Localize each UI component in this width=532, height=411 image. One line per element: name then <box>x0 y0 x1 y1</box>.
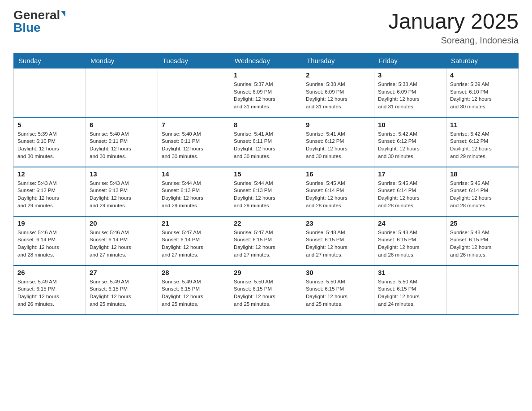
calendar-cell <box>158 68 230 118</box>
calendar-cell: 27Sunrise: 5:49 AM Sunset: 6:15 PM Dayli… <box>86 265 158 315</box>
calendar-cell: 22Sunrise: 5:47 AM Sunset: 6:15 PM Dayli… <box>230 216 302 265</box>
day-info: Sunrise: 5:48 AM Sunset: 6:15 PM Dayligh… <box>306 229 370 259</box>
calendar-week-3: 12Sunrise: 5:43 AM Sunset: 6:12 PM Dayli… <box>14 167 519 216</box>
day-info: Sunrise: 5:50 AM Sunset: 6:15 PM Dayligh… <box>234 278 298 308</box>
day-info: Sunrise: 5:39 AM Sunset: 6:10 PM Dayligh… <box>17 130 82 160</box>
calendar-header-row: SundayMondayTuesdayWednesdayThursdayFrid… <box>14 53 519 68</box>
day-number: 25 <box>450 219 515 227</box>
calendar-cell: 16Sunrise: 5:45 AM Sunset: 6:14 PM Dayli… <box>302 167 374 216</box>
calendar-week-2: 5Sunrise: 5:39 AM Sunset: 6:10 PM Daylig… <box>14 118 519 167</box>
day-number: 9 <box>306 121 370 128</box>
day-info: Sunrise: 5:38 AM Sunset: 6:09 PM Dayligh… <box>306 81 370 111</box>
header-saturday: Saturday <box>446 53 519 68</box>
day-info: Sunrise: 5:46 AM Sunset: 6:14 PM Dayligh… <box>90 229 154 259</box>
header-sunday: Sunday <box>14 53 86 68</box>
calendar-cell: 26Sunrise: 5:49 AM Sunset: 6:15 PM Dayli… <box>14 265 86 315</box>
day-info: Sunrise: 5:49 AM Sunset: 6:15 PM Dayligh… <box>162 278 226 308</box>
day-number: 30 <box>306 269 370 276</box>
day-info: Sunrise: 5:45 AM Sunset: 6:14 PM Dayligh… <box>306 180 370 210</box>
day-info: Sunrise: 5:40 AM Sunset: 6:11 PM Dayligh… <box>90 130 154 160</box>
header-thursday: Thursday <box>302 53 374 68</box>
calendar-cell: 23Sunrise: 5:48 AM Sunset: 6:15 PM Dayli… <box>302 216 374 265</box>
day-number: 24 <box>378 219 442 227</box>
header-wednesday: Wednesday <box>230 53 302 68</box>
day-info: Sunrise: 5:39 AM Sunset: 6:10 PM Dayligh… <box>450 81 515 111</box>
calendar-week-1: 1Sunrise: 5:37 AM Sunset: 6:09 PM Daylig… <box>14 68 519 118</box>
day-info: Sunrise: 5:46 AM Sunset: 6:14 PM Dayligh… <box>450 180 515 210</box>
day-number: 18 <box>450 170 515 178</box>
day-number: 17 <box>378 170 442 178</box>
day-number: 13 <box>90 170 154 178</box>
day-info: Sunrise: 5:45 AM Sunset: 6:14 PM Dayligh… <box>378 180 442 210</box>
calendar-cell: 9Sunrise: 5:41 AM Sunset: 6:12 PM Daylig… <box>302 118 374 167</box>
day-number: 8 <box>234 121 298 128</box>
calendar-cell: 31Sunrise: 5:50 AM Sunset: 6:15 PM Dayli… <box>374 265 446 315</box>
day-info: Sunrise: 5:49 AM Sunset: 6:15 PM Dayligh… <box>90 278 154 308</box>
day-info: Sunrise: 5:43 AM Sunset: 6:13 PM Dayligh… <box>90 180 154 210</box>
day-number: 3 <box>378 71 442 79</box>
day-info: Sunrise: 5:47 AM Sunset: 6:15 PM Dayligh… <box>234 229 298 259</box>
calendar-cell: 14Sunrise: 5:44 AM Sunset: 6:13 PM Dayli… <box>158 167 230 216</box>
logo-blue-text: Blue <box>13 21 41 34</box>
calendar-cell <box>86 68 158 118</box>
calendar-subtitle: Soreang, Indonesia <box>388 35 519 46</box>
day-number: 23 <box>306 219 370 227</box>
calendar-cell: 3Sunrise: 5:38 AM Sunset: 6:09 PM Daylig… <box>374 68 446 118</box>
day-info: Sunrise: 5:42 AM Sunset: 6:12 PM Dayligh… <box>450 130 515 160</box>
calendar-cell: 10Sunrise: 5:42 AM Sunset: 6:12 PM Dayli… <box>374 118 446 167</box>
calendar-cell: 19Sunrise: 5:46 AM Sunset: 6:14 PM Dayli… <box>14 216 86 265</box>
day-info: Sunrise: 5:37 AM Sunset: 6:09 PM Dayligh… <box>234 81 298 111</box>
day-number: 5 <box>17 121 82 128</box>
day-info: Sunrise: 5:48 AM Sunset: 6:15 PM Dayligh… <box>450 229 515 259</box>
logo: General Blue <box>13 9 65 34</box>
header-monday: Monday <box>86 53 158 68</box>
day-info: Sunrise: 5:46 AM Sunset: 6:14 PM Dayligh… <box>17 229 82 259</box>
day-number: 29 <box>234 269 298 276</box>
calendar-cell: 18Sunrise: 5:46 AM Sunset: 6:14 PM Dayli… <box>446 167 519 216</box>
calendar-cell: 11Sunrise: 5:42 AM Sunset: 6:12 PM Dayli… <box>446 118 519 167</box>
day-number: 11 <box>450 121 515 128</box>
day-info: Sunrise: 5:40 AM Sunset: 6:11 PM Dayligh… <box>162 130 226 160</box>
calendar-table: SundayMondayTuesdayWednesdayThursdayFrid… <box>13 53 519 315</box>
calendar-cell: 13Sunrise: 5:43 AM Sunset: 6:13 PM Dayli… <box>86 167 158 216</box>
day-number: 4 <box>450 71 515 79</box>
calendar-cell: 30Sunrise: 5:50 AM Sunset: 6:15 PM Dayli… <box>302 265 374 315</box>
calendar-week-4: 19Sunrise: 5:46 AM Sunset: 6:14 PM Dayli… <box>14 216 519 265</box>
day-info: Sunrise: 5:50 AM Sunset: 6:15 PM Dayligh… <box>306 278 370 308</box>
logo-triangle-icon <box>61 11 65 17</box>
day-info: Sunrise: 5:43 AM Sunset: 6:12 PM Dayligh… <box>17 180 82 210</box>
day-number: 16 <box>306 170 370 178</box>
calendar-cell: 24Sunrise: 5:48 AM Sunset: 6:15 PM Dayli… <box>374 216 446 265</box>
day-number: 20 <box>90 219 154 227</box>
day-number: 1 <box>234 71 298 79</box>
day-info: Sunrise: 5:41 AM Sunset: 6:11 PM Dayligh… <box>234 130 298 160</box>
logo-general-text: General <box>13 9 60 21</box>
page-header: General Blue January 2025 Soreang, Indon… <box>13 9 519 46</box>
day-info: Sunrise: 5:49 AM Sunset: 6:15 PM Dayligh… <box>17 278 82 308</box>
day-number: 10 <box>378 121 442 128</box>
day-number: 31 <box>378 269 442 276</box>
calendar-week-5: 26Sunrise: 5:49 AM Sunset: 6:15 PM Dayli… <box>14 265 519 315</box>
day-number: 14 <box>162 170 226 178</box>
calendar-cell: 17Sunrise: 5:45 AM Sunset: 6:14 PM Dayli… <box>374 167 446 216</box>
day-info: Sunrise: 5:44 AM Sunset: 6:13 PM Dayligh… <box>234 180 298 210</box>
day-number: 22 <box>234 219 298 227</box>
calendar-cell: 8Sunrise: 5:41 AM Sunset: 6:11 PM Daylig… <box>230 118 302 167</box>
day-info: Sunrise: 5:38 AM Sunset: 6:09 PM Dayligh… <box>378 81 442 111</box>
calendar-cell: 29Sunrise: 5:50 AM Sunset: 6:15 PM Dayli… <box>230 265 302 315</box>
calendar-cell: 21Sunrise: 5:47 AM Sunset: 6:14 PM Dayli… <box>158 216 230 265</box>
calendar-cell: 15Sunrise: 5:44 AM Sunset: 6:13 PM Dayli… <box>230 167 302 216</box>
day-number: 26 <box>17 269 82 276</box>
day-number: 2 <box>306 71 370 79</box>
day-number: 28 <box>162 269 226 276</box>
day-number: 27 <box>90 269 154 276</box>
day-info: Sunrise: 5:47 AM Sunset: 6:14 PM Dayligh… <box>162 229 226 259</box>
day-info: Sunrise: 5:48 AM Sunset: 6:15 PM Dayligh… <box>378 229 442 259</box>
day-number: 21 <box>162 219 226 227</box>
day-number: 15 <box>234 170 298 178</box>
calendar-cell: 25Sunrise: 5:48 AM Sunset: 6:15 PM Dayli… <box>446 216 519 265</box>
day-info: Sunrise: 5:44 AM Sunset: 6:13 PM Dayligh… <box>162 180 226 210</box>
calendar-cell: 7Sunrise: 5:40 AM Sunset: 6:11 PM Daylig… <box>158 118 230 167</box>
day-number: 7 <box>162 121 226 128</box>
calendar-cell <box>446 265 519 315</box>
